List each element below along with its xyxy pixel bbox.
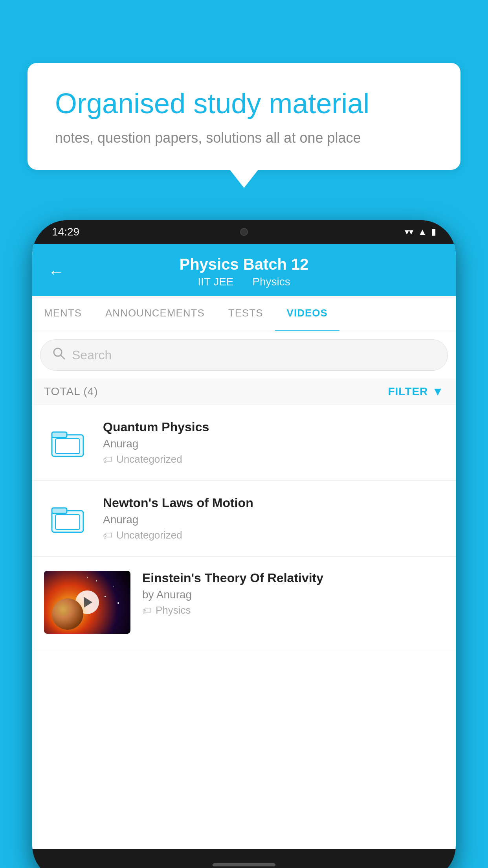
- back-button[interactable]: ←: [48, 263, 64, 281]
- svg-line-1: [61, 355, 64, 359]
- status-time: 14:29: [52, 226, 79, 238]
- search-placeholder: Search: [72, 348, 112, 362]
- tag-label: Uncategorized: [116, 453, 182, 465]
- speech-bubble-tail: [230, 170, 258, 188]
- svg-rect-4: [55, 439, 80, 454]
- video-tag: 🏷 Physics: [142, 604, 444, 616]
- tag-icon: 🏷: [142, 605, 152, 616]
- bubble-title: Organised study material: [55, 86, 433, 120]
- tab-videos[interactable]: VIDEOS: [275, 296, 339, 331]
- tabs-bar: MENTS ANNOUNCEMENTS TESTS VIDEOS: [32, 296, 456, 331]
- svg-rect-7: [55, 515, 80, 530]
- filter-button[interactable]: FILTER ▼: [388, 385, 444, 398]
- tag-icon: 🏷: [103, 454, 112, 465]
- home-indicator: [213, 863, 275, 866]
- video-title: Quantum Physics: [103, 420, 444, 434]
- subtitle-physics: Physics: [252, 276, 290, 288]
- search-bar[interactable]: Search: [40, 339, 448, 371]
- total-count: TOTAL (4): [44, 385, 98, 398]
- status-bar: 14:29 ▾▾ ▲ ▮: [32, 220, 456, 244]
- promo-section: Organised study material notes, question…: [28, 63, 460, 188]
- planet-decoration: [52, 598, 83, 630]
- video-info: Newton's Laws of Motion Anurag 🏷 Uncateg…: [103, 496, 444, 541]
- list-item[interactable]: Newton's Laws of Motion Anurag 🏷 Uncateg…: [32, 481, 456, 557]
- video-info: Quantum Physics Anurag 🏷 Uncategorized: [103, 420, 444, 465]
- app-header: ← Physics Batch 12 IIT JEE Physics: [32, 244, 456, 296]
- filter-label: FILTER: [388, 385, 428, 398]
- speech-bubble-card: Organised study material notes, question…: [28, 63, 460, 170]
- header-row: ← Physics Batch 12 IIT JEE Physics: [48, 256, 440, 288]
- svg-rect-6: [52, 508, 67, 513]
- tag-label: Uncategorized: [116, 529, 182, 541]
- signal-icon: ▲: [418, 227, 427, 237]
- video-list: Quantum Physics Anurag 🏷 Uncategorized: [32, 405, 456, 648]
- video-tag: 🏷 Uncategorized: [103, 453, 444, 465]
- video-tag: 🏷 Uncategorized: [103, 529, 444, 541]
- video-author: by Anurag: [142, 588, 444, 601]
- subtitle-iitjee: IIT JEE: [198, 276, 233, 288]
- svg-rect-3: [52, 432, 67, 438]
- video-author: Anurag: [103, 513, 444, 526]
- filter-funnel-icon: ▼: [432, 385, 444, 398]
- tag-label: Physics: [156, 604, 191, 616]
- battery-icon: ▮: [431, 227, 436, 237]
- header-title-group: Physics Batch 12 IIT JEE Physics: [179, 256, 308, 288]
- video-folder-icon: [44, 495, 91, 542]
- batch-subtitle: IIT JEE Physics: [179, 276, 308, 288]
- camera-dot: [240, 228, 248, 236]
- tab-tests[interactable]: TESTS: [216, 296, 275, 331]
- wifi-icon: ▾▾: [405, 227, 413, 237]
- video-thumbnail: [44, 571, 130, 634]
- bubble-subtitle: notes, question papers, solutions all at…: [55, 130, 433, 146]
- video-info: Einstein's Theory Of Relativity by Anura…: [142, 571, 444, 616]
- video-title: Einstein's Theory Of Relativity: [142, 571, 444, 585]
- batch-title: Physics Batch 12: [179, 256, 308, 273]
- video-folder-icon: [44, 419, 91, 466]
- phone-frame: 14:29 ▾▾ ▲ ▮ ← Physics Batch 12 IIT JEE …: [32, 220, 456, 868]
- notch: [205, 220, 283, 244]
- status-icons: ▾▾ ▲ ▮: [405, 227, 436, 237]
- list-item[interactable]: Einstein's Theory Of Relativity by Anura…: [32, 557, 456, 648]
- list-item[interactable]: Quantum Physics Anurag 🏷 Uncategorized: [32, 405, 456, 481]
- video-author: Anurag: [103, 438, 444, 450]
- phone-bottom-bar: [32, 849, 456, 868]
- tab-announcements[interactable]: ANNOUNCEMENTS: [94, 296, 216, 331]
- tag-icon: 🏷: [103, 530, 112, 541]
- filter-row: TOTAL (4) FILTER ▼: [32, 379, 456, 405]
- tab-ments[interactable]: MENTS: [32, 296, 94, 331]
- video-title: Newton's Laws of Motion: [103, 496, 444, 510]
- search-icon: [52, 347, 66, 363]
- phone-screen: ← Physics Batch 12 IIT JEE Physics MENTS…: [32, 244, 456, 849]
